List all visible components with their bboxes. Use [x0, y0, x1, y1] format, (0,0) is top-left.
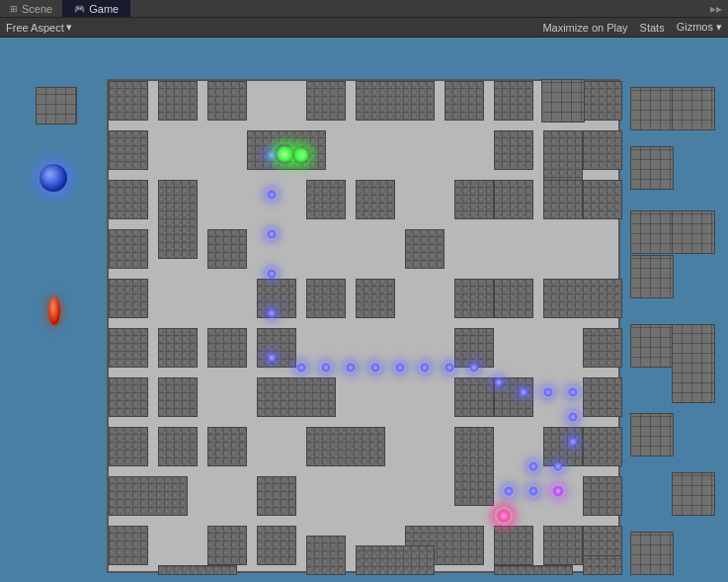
stone-block [543, 526, 583, 565]
path-dot-blue [518, 386, 529, 398]
player-pink-dot [495, 507, 513, 525]
game-tab-label: Game [89, 3, 119, 15]
stone-block [109, 328, 148, 368]
toolbar-right: Maximize on Play Stats Gizmos ▾ [542, 21, 722, 34]
stone-block [494, 526, 533, 565]
stone-block [454, 427, 494, 506]
path-dot-blue [266, 307, 278, 319]
gizmos-button[interactable]: Gizmos ▾ [677, 21, 722, 34]
stone-block [306, 180, 346, 219]
tab-bar: ⊞ Scene 🎮 Game ▸▸ [0, 0, 728, 18]
stone-block [454, 180, 494, 219]
stone-block [109, 180, 148, 219]
path-dot-green-player [292, 146, 310, 164]
path-dot-blue [468, 362, 480, 374]
game-viewport [0, 38, 728, 582]
right-stone-7 [630, 324, 674, 368]
dropdown-arrow-icon: ▾ [66, 21, 72, 34]
stone-block [583, 555, 622, 575]
path-dot-blue [266, 228, 278, 240]
stone-block [257, 328, 296, 368]
stone-block [583, 427, 622, 466]
sidebar-stone-block-1 [36, 87, 77, 125]
path-dot-blue [552, 460, 564, 472]
right-stone-9 [630, 413, 674, 457]
path-dot-blue [444, 362, 455, 374]
top-right-stone-1 [541, 79, 585, 123]
stone-block [583, 377, 622, 417]
stone-block [257, 377, 336, 417]
stone-block [109, 130, 148, 170]
stone-block [543, 180, 583, 219]
maximize-on-play-button[interactable]: Maximize on Play [542, 22, 627, 34]
stone-block [583, 130, 622, 170]
game-canvas [107, 79, 620, 573]
blue-orb [40, 164, 67, 192]
stats-button[interactable]: Stats [640, 22, 665, 34]
stone-block [109, 476, 188, 516]
stone-block [207, 526, 247, 565]
tab-scene[interactable]: ⊞ Scene [0, 0, 62, 17]
right-stone-5 [672, 87, 715, 130]
right-stone-10 [672, 472, 715, 516]
path-dot-blue [394, 362, 406, 374]
gamepad-icon: 🎮 [74, 4, 85, 14]
path-dot-blue [567, 411, 579, 423]
stone-block [356, 279, 395, 318]
path-dot-blue [345, 362, 357, 374]
path-dot-blue [493, 376, 505, 388]
stone-block [158, 328, 198, 368]
stone-block [158, 180, 198, 259]
stone-block [543, 279, 622, 318]
path-dot-blue [542, 386, 554, 398]
stone-block [257, 526, 296, 565]
stone-block [494, 130, 533, 170]
path-dot-blue [266, 352, 278, 364]
stone-block [109, 377, 148, 417]
path-dot-blue [266, 268, 278, 280]
stone-block [494, 565, 573, 575]
path-dot-blue [567, 386, 579, 398]
path-dot-blue [266, 189, 278, 201]
right-stone-1 [630, 87, 674, 130]
stone-block [454, 279, 494, 318]
stone-block [158, 427, 198, 466]
scene-tab-label: Scene [22, 3, 52, 15]
stone-block [109, 279, 148, 318]
stone-block [494, 279, 533, 318]
stone-block [306, 81, 346, 121]
right-stone-11 [630, 532, 674, 575]
stone-block [207, 81, 247, 121]
path-dot-purple [551, 484, 565, 498]
stone-block [583, 476, 622, 516]
stone-block [454, 377, 494, 417]
grid-icon: ⊞ [10, 4, 18, 14]
tab-overflow-icon[interactable]: ▸▸ [710, 2, 728, 16]
stone-block [257, 476, 296, 516]
tab-game[interactable]: 🎮 Game [62, 0, 130, 17]
path-dot-blue [527, 460, 539, 472]
stone-block [109, 229, 148, 269]
stone-block [306, 279, 346, 318]
free-aspect-label: Free Aspect [6, 22, 64, 34]
stone-block [583, 81, 622, 121]
stone-block [158, 81, 198, 121]
stone-block [583, 180, 622, 219]
stone-block [494, 180, 533, 219]
stone-block [583, 328, 622, 368]
stone-block [543, 427, 583, 466]
stone-block [109, 81, 148, 121]
path-dot-blue [419, 362, 431, 374]
stone-block [207, 229, 247, 269]
stone-block [207, 328, 247, 368]
gizmos-arrow-icon: ▾ [716, 21, 722, 33]
path-dot-blue [527, 485, 539, 497]
red-oval [48, 297, 60, 325]
stone-block [109, 427, 148, 466]
path-dot-blue [295, 362, 307, 374]
toolbar-left: Free Aspect ▾ [6, 21, 542, 34]
player-green-marker [275, 144, 294, 164]
free-aspect-button[interactable]: Free Aspect ▾ [6, 21, 72, 34]
right-stone-4 [630, 255, 674, 298]
right-stone-3 [630, 210, 674, 254]
